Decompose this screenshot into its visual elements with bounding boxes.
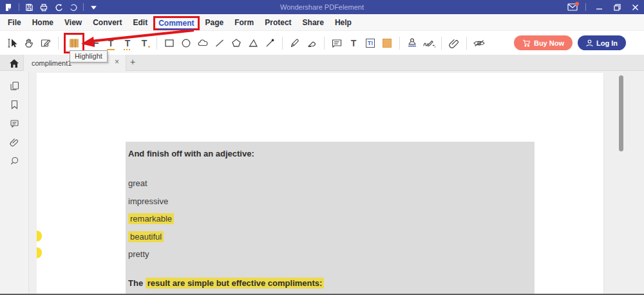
note-edit-icon[interactable]	[37, 35, 54, 52]
app-logo-icon	[4, 2, 14, 12]
buy-now-label: Buy Now	[534, 39, 564, 47]
insert-text-tool-icon[interactable]: T	[345, 35, 362, 52]
notifications-mail-icon[interactable]	[567, 3, 578, 11]
cloud-tool-icon[interactable]	[194, 35, 211, 52]
stamp-tool-icon[interactable]	[404, 35, 421, 52]
select-tool-icon[interactable]	[4, 35, 21, 52]
eraser-tool-icon[interactable]	[303, 35, 320, 52]
rectangle-tool-icon[interactable]	[161, 35, 178, 52]
menu-edit[interactable]: Edit	[133, 18, 148, 27]
search-panel-icon[interactable]	[9, 155, 20, 166]
doc-heading: And finish off with an adjective:	[128, 149, 254, 158]
menu-comment[interactable]: Comment	[158, 19, 194, 30]
redo-icon[interactable]	[68, 2, 79, 12]
main-area: And finish off with an adjective: great …	[0, 71, 644, 295]
document-text-block: And finish off with an adjective: great …	[126, 142, 535, 294]
login-button[interactable]: Log In	[578, 35, 626, 50]
notification-badge	[575, 2, 579, 6]
highlight-tooltip: Highlight	[70, 50, 108, 62]
pencil-tool-icon[interactable]	[287, 35, 303, 52]
title-bar: Wondershare PDFelement	[0, 0, 644, 14]
left-panel-bar	[0, 71, 29, 295]
triangle-tool-icon[interactable]	[245, 35, 261, 52]
line-tool-icon[interactable]	[211, 35, 228, 52]
doc-item-highlighted: remarkable	[128, 214, 174, 224]
close-button[interactable]	[630, 2, 640, 12]
underline-tool-icon[interactable]: T	[102, 35, 119, 52]
highlight-tool-icon[interactable]	[66, 35, 82, 52]
doc-item: great	[128, 178, 147, 188]
login-label: Log In	[596, 39, 618, 47]
pdfelement-window: { "titlebar": { "title": "Wondershare PD…	[0, 0, 644, 295]
arrow-tool-icon[interactable]	[261, 35, 278, 52]
menu-file[interactable]: File	[8, 18, 21, 27]
menu-page[interactable]: Page	[205, 18, 224, 27]
menu-bar: File Home View Convert Edit Comment Page…	[0, 14, 644, 31]
buy-now-button[interactable]: Buy Now	[514, 35, 573, 50]
annotation-box-comment: Comment	[153, 16, 199, 30]
bookmark-panel-icon[interactable]	[9, 99, 20, 110]
menu-share[interactable]: Share	[303, 18, 324, 27]
thumbnail-panel-icon[interactable]	[9, 81, 20, 91]
hide-annotations-icon[interactable]	[471, 35, 488, 52]
menu-view[interactable]: View	[64, 18, 82, 27]
cart-icon	[522, 39, 531, 47]
menu-help[interactable]: Help	[335, 18, 352, 27]
pentagon-tool-icon[interactable]	[228, 35, 245, 52]
new-tab-icon[interactable]: +	[130, 57, 135, 67]
home-tab-icon[interactable]	[8, 57, 21, 70]
vertical-scrollbar[interactable]	[619, 75, 623, 151]
user-icon	[586, 39, 593, 47]
doc-footer-highlight: result are simple but effective complime…	[146, 278, 325, 289]
comment-panel-icon[interactable]	[9, 118, 20, 129]
save-icon[interactable]	[24, 2, 34, 12]
caret-insert-tool-icon[interactable]: T	[136, 35, 153, 52]
pdf-page[interactable]: And finish off with an adjective: great …	[37, 73, 604, 295]
signature-tool-icon[interactable]	[421, 35, 437, 52]
strikethrough-tool-icon[interactable]: T	[86, 35, 102, 52]
oval-tool-icon[interactable]	[178, 35, 194, 52]
hand-tool-icon[interactable]	[21, 35, 37, 52]
area-highlight-tool-icon[interactable]	[379, 35, 395, 52]
attachment-panel-icon[interactable]	[9, 137, 20, 148]
menu-protect[interactable]: Protect	[265, 18, 291, 27]
doc-item: pretty	[128, 249, 149, 259]
undo-icon[interactable]	[53, 2, 64, 12]
doc-item: impressive	[128, 196, 168, 206]
tab-label: compliment1	[32, 59, 71, 67]
text-box-tool-icon[interactable]: T!	[362, 35, 379, 52]
highlight-margin-mark	[37, 247, 42, 258]
tab-close-icon[interactable]: ×	[115, 57, 119, 66]
menu-convert[interactable]: Convert	[93, 18, 122, 27]
quick-access-dropdown-icon[interactable]	[88, 2, 99, 12]
doc-footer: The result are simple but effective comp…	[128, 278, 324, 288]
doc-item-highlighted: beautiful	[128, 232, 164, 242]
menu-form[interactable]: Form	[234, 18, 254, 27]
attachment-tool-icon[interactable]	[446, 35, 462, 52]
print-icon[interactable]	[39, 2, 49, 12]
highlight-margin-mark	[37, 231, 42, 242]
squiggly-tool-icon[interactable]: T	[119, 35, 136, 52]
restore-button[interactable]	[612, 2, 622, 12]
menu-home[interactable]: Home	[32, 18, 53, 27]
sticky-note-tool-icon[interactable]	[328, 35, 345, 52]
minimize-button[interactable]	[594, 2, 604, 12]
